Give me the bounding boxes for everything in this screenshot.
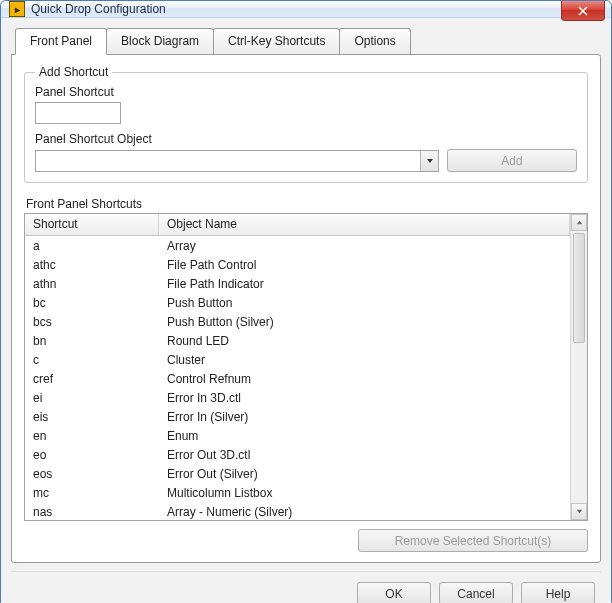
cell-object-name: Error Out (Silver) <box>159 466 570 482</box>
cell-shortcut: c <box>25 352 159 368</box>
cell-shortcut: mc <box>25 485 159 501</box>
front-panel-shortcuts-label: Front Panel Shortcuts <box>26 197 588 211</box>
cell-object-name: Control Refnum <box>159 371 570 387</box>
cell-shortcut: nas <box>25 504 159 520</box>
cell-object-name: Error In 3D.ctl <box>159 390 570 406</box>
cell-shortcut: bc <box>25 295 159 311</box>
titlebar[interactable]: ▸ Quick Drop Configuration <box>1 1 611 18</box>
cell-shortcut: bcs <box>25 314 159 330</box>
table-row[interactable]: eisError In (Silver) <box>25 407 570 426</box>
table-row[interactable]: nasArray - Numeric (Silver) <box>25 502 570 520</box>
cell-object-name: Push Button (Silver) <box>159 314 570 330</box>
tabstrip: Front Panel Block Diagram Ctrl-Key Short… <box>11 28 601 54</box>
column-header-object-name[interactable]: Object Name <box>159 214 570 235</box>
table-row[interactable]: eiError In 3D.ctl <box>25 388 570 407</box>
table-row[interactable]: cCluster <box>25 350 570 369</box>
tab-front-panel[interactable]: Front Panel <box>15 28 107 55</box>
table-row[interactable]: aArray <box>25 236 570 255</box>
panel-shortcut-object-combo[interactable] <box>35 150 439 172</box>
close-button[interactable] <box>561 1 605 21</box>
cell-object-name: Multicolumn Listbox <box>159 485 570 501</box>
cell-shortcut: athn <box>25 276 159 292</box>
shortcuts-listview: Shortcut Object Name aArrayathcFile Path… <box>24 213 588 521</box>
add-shortcut-legend: Add Shortcut <box>35 65 112 79</box>
quick-drop-config-window: ▸ Quick Drop Configuration Front Panel B… <box>0 0 612 603</box>
remove-selected-shortcuts-button[interactable]: Remove Selected Shortcut(s) <box>358 529 588 552</box>
tabpage-front-panel: Add Shortcut Panel Shortcut Panel Shortc… <box>11 54 601 563</box>
cell-object-name: Round LED <box>159 333 570 349</box>
panel-shortcut-label: Panel Shortcut <box>35 85 577 99</box>
cell-shortcut: ei <box>25 390 159 406</box>
table-row[interactable]: crefControl Refnum <box>25 369 570 388</box>
scroll-up-button[interactable] <box>571 214 587 231</box>
cancel-button[interactable]: Cancel <box>439 582 513 603</box>
add-button[interactable]: Add <box>447 149 577 172</box>
table-row[interactable]: bcPush Button <box>25 293 570 312</box>
scroll-down-button[interactable] <box>571 503 587 520</box>
scrollbar-thumb[interactable] <box>573 233 585 343</box>
table-row[interactable]: eoError Out 3D.ctl <box>25 445 570 464</box>
cell-shortcut: eos <box>25 466 159 482</box>
ok-button[interactable]: OK <box>357 582 431 603</box>
cell-object-name: Array - Numeric (Silver) <box>159 504 570 520</box>
cell-shortcut: eis <box>25 409 159 425</box>
listview-header: Shortcut Object Name <box>25 214 570 236</box>
chevron-down-icon <box>426 157 434 165</box>
cell-shortcut: bn <box>25 333 159 349</box>
table-row[interactable]: enEnum <box>25 426 570 445</box>
tab-ctrl-key-shortcuts[interactable]: Ctrl-Key Shortcuts <box>213 28 340 54</box>
panel-shortcut-input[interactable] <box>35 102 121 124</box>
cell-shortcut: athc <box>25 257 159 273</box>
window-title: Quick Drop Configuration <box>31 2 166 16</box>
dialog-button-row: OK Cancel Help <box>11 571 601 603</box>
table-row[interactable]: bcsPush Button (Silver) <box>25 312 570 331</box>
cell-shortcut: cref <box>25 371 159 387</box>
client-area: Front Panel Block Diagram Ctrl-Key Short… <box>1 18 611 603</box>
table-row[interactable]: bnRound LED <box>25 331 570 350</box>
table-row[interactable]: eosError Out (Silver) <box>25 464 570 483</box>
cell-object-name: Enum <box>159 428 570 444</box>
tab-options[interactable]: Options <box>339 28 410 54</box>
cell-object-name: File Path Control <box>159 257 570 273</box>
chevron-down-icon <box>576 508 583 515</box>
add-shortcut-group: Add Shortcut Panel Shortcut Panel Shortc… <box>24 65 588 183</box>
vertical-scrollbar[interactable] <box>570 214 587 520</box>
cell-object-name: Array <box>159 238 570 254</box>
cell-object-name: Push Button <box>159 295 570 311</box>
table-row[interactable]: mcMulticolumn Listbox <box>25 483 570 502</box>
combo-dropdown-button[interactable] <box>420 151 438 171</box>
help-button[interactable]: Help <box>521 582 595 603</box>
cell-object-name: Error In (Silver) <box>159 409 570 425</box>
tab-block-diagram[interactable]: Block Diagram <box>106 28 214 54</box>
panel-shortcut-object-label: Panel Shortcut Object <box>35 132 577 146</box>
cell-object-name: Error Out 3D.ctl <box>159 447 570 463</box>
combo-text <box>36 151 420 171</box>
scrollbar-track[interactable] <box>571 231 587 503</box>
cell-object-name: File Path Indicator <box>159 276 570 292</box>
table-row[interactable]: athnFile Path Indicator <box>25 274 570 293</box>
column-header-shortcut[interactable]: Shortcut <box>25 214 159 235</box>
labview-icon: ▸ <box>9 1 25 17</box>
cell-shortcut: en <box>25 428 159 444</box>
listview-body[interactable]: aArrayathcFile Path ControlathnFile Path… <box>25 236 570 520</box>
cell-shortcut: a <box>25 238 159 254</box>
chevron-up-icon <box>576 219 583 226</box>
table-row[interactable]: athcFile Path Control <box>25 255 570 274</box>
cell-shortcut: eo <box>25 447 159 463</box>
cell-object-name: Cluster <box>159 352 570 368</box>
close-icon <box>578 6 588 16</box>
